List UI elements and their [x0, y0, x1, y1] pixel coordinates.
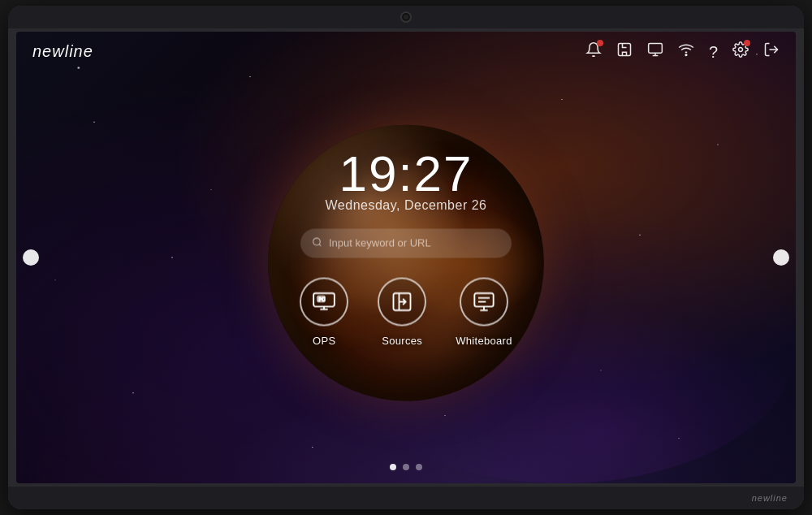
app-whiteboard-circle	[460, 277, 508, 326]
app-ops[interactable]: PC OPS	[300, 277, 348, 346]
save-icon[interactable]	[616, 41, 633, 62]
svg-point-4	[685, 54, 687, 56]
search-bar[interactable]: Input keyword or URL	[300, 228, 512, 258]
nav-bar: newline	[16, 32, 796, 72]
wifi-icon[interactable]	[678, 41, 694, 62]
right-side-button[interactable]	[773, 249, 789, 266]
notification-icon[interactable]	[585, 41, 602, 62]
page-dot-1[interactable]	[390, 464, 396, 470]
svg-text:PC: PC	[319, 296, 326, 301]
center-content: 19:27 Wednesday, December 26 Input keywo…	[260, 168, 552, 346]
left-side-button[interactable]	[23, 249, 39, 266]
page-dot-3[interactable]	[416, 464, 422, 470]
app-sources[interactable]: Sources	[378, 277, 426, 346]
bottom-brand-text: newline	[752, 493, 788, 503]
background: newline	[16, 32, 796, 483]
svg-point-7	[313, 238, 321, 245]
camera	[400, 11, 412, 23]
date-display: Wednesday, December 26	[326, 197, 487, 212]
page-dot-2[interactable]	[403, 464, 409, 470]
app-sources-label: Sources	[382, 334, 422, 346]
search-icon	[312, 236, 322, 249]
app-row: PC OPS	[300, 277, 512, 346]
display-icon[interactable]	[647, 41, 663, 62]
help-icon[interactable]: ?	[709, 44, 718, 60]
app-whiteboard-label: Whiteboard	[456, 334, 512, 346]
svg-rect-15	[474, 293, 493, 306]
app-whiteboard[interactable]: Whiteboard	[456, 277, 512, 346]
bottom-bar: newline	[8, 487, 804, 509]
svg-line-8	[319, 245, 321, 246]
svg-rect-1	[649, 44, 663, 54]
app-ops-label: OPS	[313, 334, 335, 346]
nav-icons-group: ?	[585, 41, 780, 62]
search-placeholder-text: Input keyword or URL	[329, 237, 431, 249]
device-frame: newline	[8, 6, 804, 509]
app-sources-circle	[378, 277, 426, 326]
settings-icon[interactable]	[732, 41, 749, 62]
app-ops-circle: PC	[300, 277, 348, 326]
exit-icon[interactable]	[763, 41, 780, 62]
svg-point-5	[739, 48, 743, 52]
screen: newline	[16, 32, 796, 483]
brand-logo: newline	[32, 42, 93, 61]
page-dots	[390, 464, 422, 470]
time-display: 19:27	[339, 144, 473, 201]
top-bar	[8, 6, 804, 28]
svg-rect-0	[618, 44, 630, 56]
